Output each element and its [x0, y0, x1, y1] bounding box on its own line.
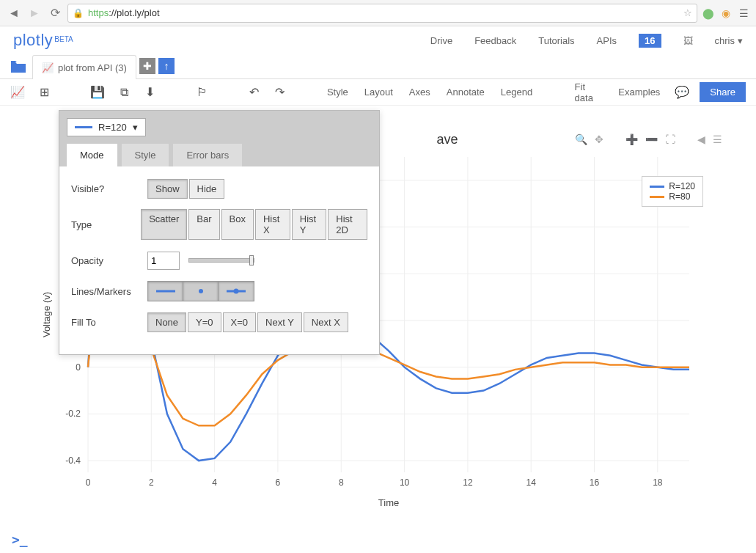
nav-drive[interactable]: Drive [430, 35, 452, 46]
btn-lm-markers[interactable] [183, 282, 219, 301]
btn-fill-nexty[interactable]: Next Y [257, 312, 302, 332]
svg-point-40 [234, 289, 239, 294]
tab-fitdata[interactable]: Fit data [573, 78, 604, 106]
browser-menu-icon[interactable]: ☰ [737, 7, 750, 20]
back-button[interactable]: ◄ [6, 5, 22, 21]
file-tab[interactable]: 📈 plot from API (3) [32, 55, 136, 79]
extension-globe-icon[interactable]: ◉ [719, 7, 733, 20]
nav-apis[interactable]: APIs [597, 35, 617, 46]
app-header: plotlyBETA Drive Feedback Tutorials APIs… [0, 26, 756, 54]
btn-type-bar[interactable]: Bar [188, 209, 219, 240]
btn-fill-none[interactable]: None [147, 312, 186, 332]
btn-lm-lines-markers[interactable] [219, 282, 254, 301]
zoom-icon[interactable]: 🔍 [575, 133, 587, 145]
label-lines-markers: Lines/Markers [71, 286, 147, 297]
btn-visible-hide[interactable]: Hide [189, 179, 225, 199]
chart-line-icon: 📈 [42, 62, 54, 73]
nav-feedback[interactable]: Feedback [474, 35, 516, 46]
tab-legend[interactable]: Legend [499, 84, 534, 100]
svg-text:16: 16 [590, 477, 600, 488]
tab-style[interactable]: Style [326, 84, 350, 100]
download-icon[interactable]: ⬇ [144, 85, 156, 99]
grid-icon[interactable]: ⊞ [38, 85, 51, 99]
theme-icon[interactable]: 🏳 [196, 86, 208, 99]
pan-icon[interactable]: ✥ [595, 133, 603, 145]
save-icon[interactable]: 💾 [90, 85, 105, 99]
panel-tab-errorbars[interactable]: Error bars [173, 144, 242, 166]
redo-icon[interactable]: ↷ [274, 85, 286, 99]
btn-fill-y0[interactable]: Y=0 [188, 312, 221, 332]
share-button[interactable]: Share [700, 82, 746, 102]
tab-examples[interactable]: Examples [617, 84, 661, 100]
btn-type-histx[interactable]: Hist X [255, 209, 290, 240]
comment-icon[interactable]: 💬 [675, 85, 689, 99]
btn-type-histy[interactable]: Hist Y [292, 209, 327, 240]
bookmark-star-icon[interactable]: ☆ [683, 7, 692, 18]
btn-fill-nextx[interactable]: Next X [304, 312, 348, 332]
svg-text:6: 6 [276, 477, 281, 488]
svg-text:Voltage (v): Voltage (v) [41, 292, 52, 337]
user-menu[interactable]: chris▾ [715, 35, 743, 46]
panel-tab-style[interactable]: Style [122, 144, 169, 166]
svg-text:ave: ave [437, 132, 458, 147]
legend-item-r120[interactable]: R=120 [650, 181, 695, 191]
notification-badge[interactable]: 16 [639, 34, 661, 48]
forward-button[interactable]: ► [26, 5, 43, 21]
label-fill-to: Fill To [71, 317, 147, 328]
input-opacity[interactable] [147, 252, 180, 270]
trace-selector[interactable]: R=120 ▾ [67, 118, 146, 136]
tooltip-closest-icon[interactable]: ☰ [713, 133, 722, 145]
address-bar[interactable]: 🔒 https://plot.ly/plot ☆ [67, 4, 697, 23]
svg-text:18: 18 [653, 477, 663, 488]
svg-text:14: 14 [526, 477, 537, 488]
panel-tab-mode[interactable]: Mode [67, 144, 117, 166]
svg-text:12: 12 [463, 477, 473, 488]
autoscale-icon[interactable]: ⛶ [665, 133, 675, 145]
slider-opacity[interactable] [188, 258, 254, 263]
trace-name: R=120 [98, 122, 127, 133]
legend-item-r80[interactable]: R=80 [650, 191, 695, 202]
label-opacity: Opacity [71, 255, 147, 266]
console-prompt[interactable]: >_ [12, 532, 28, 547]
legend-label: R=120 [669, 181, 695, 191]
legend-swatch [650, 186, 664, 188]
undo-icon[interactable]: ↶ [248, 85, 260, 99]
url-text: https://plot.ly/plot [88, 7, 160, 18]
lock-icon: 🔒 [73, 8, 84, 18]
svg-text:4: 4 [212, 477, 217, 488]
btn-type-scatter[interactable]: Scatter [141, 209, 187, 240]
add-tab-button[interactable]: ✚ [139, 58, 155, 74]
folder-icon[interactable] [7, 54, 29, 78]
svg-text:8: 8 [339, 477, 344, 488]
trace-color-swatch [75, 126, 92, 128]
svg-text:10: 10 [400, 477, 410, 488]
legend[interactable]: R=120 R=80 [642, 176, 703, 207]
btn-lm-lines[interactable] [148, 282, 183, 301]
btn-visible-show[interactable]: Show [147, 179, 188, 199]
image-icon[interactable]: 🖼 [683, 35, 693, 46]
btn-fill-x0[interactable]: X=0 [223, 312, 257, 332]
traces-icon[interactable]: 📈 [10, 85, 25, 99]
upload-button[interactable]: ↑ [158, 58, 175, 74]
duplicate-icon[interactable]: ⧉ [118, 86, 131, 99]
main-toolbar: 📈 ⊞ 💾 ⧉ ⬇ 🏳 ↶ ↷ Style Layout Axes Annota… [0, 79, 756, 106]
btn-type-hist2d[interactable]: Hist 2D [328, 209, 367, 240]
svg-point-38 [199, 289, 203, 293]
tab-layout[interactable]: Layout [363, 84, 394, 100]
btn-type-box[interactable]: Box [221, 209, 254, 240]
reload-button[interactable]: ⟳ [47, 5, 63, 21]
svg-text:0: 0 [76, 362, 81, 373]
svg-text:-0.4: -0.4 [65, 455, 81, 466]
legend-label: R=80 [669, 191, 690, 202]
style-panel: R=120 ▾ Mode Style Error bars Visible? S… [59, 110, 380, 355]
tab-axes[interactable]: Axes [408, 84, 432, 100]
nav-tutorials[interactable]: Tutorials [538, 35, 574, 46]
zoom-in-icon[interactable]: ➕ [625, 133, 638, 145]
caret-down-icon: ▾ [133, 122, 138, 133]
extension-icon[interactable]: ⬤ [702, 7, 715, 20]
tooltip-compare-icon[interactable]: ◀ [697, 133, 705, 145]
tab-annotate[interactable]: Annotate [445, 84, 486, 100]
zoom-out-icon[interactable]: ➖ [645, 133, 658, 145]
logo[interactable]: plotlyBETA [13, 31, 73, 50]
legend-swatch [650, 196, 664, 198]
